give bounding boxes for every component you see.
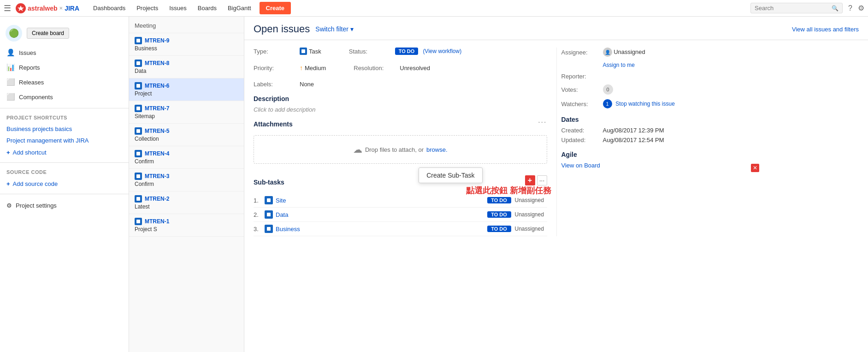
- subtask-status-2: TO DO: [487, 211, 511, 218]
- task-type-icon: [300, 48, 307, 55]
- nav-dashboards[interactable]: Dashboards: [89, 2, 130, 14]
- issue-detail: Type: Task Status: TO DO (View workflow): [244, 40, 868, 244]
- agile-title: Agile: [561, 151, 859, 158]
- subtask-num-3: 3.: [254, 226, 265, 233]
- priority-value-text: Medium: [305, 65, 326, 72]
- issue-id: MTREN-3: [145, 173, 169, 179]
- list-item-mtren4[interactable]: MTREN-4 Confirm: [129, 146, 244, 169]
- logo: astralweb × JIRA: [16, 3, 79, 13]
- list-item-meeting[interactable]: Meeting: [129, 18, 244, 33]
- top-nav-right: 🔍 ? ⚙: [750, 3, 864, 13]
- attachments-more-icon[interactable]: ···: [538, 118, 547, 126]
- annotation-chinese-text: 點選此按鈕 新增副任務: [466, 185, 551, 196]
- updated-value: Aug/08/2017 12:54 PM: [603, 137, 664, 143]
- subtask-num-2: 2.: [254, 211, 265, 218]
- shortcut-business-projects[interactable]: Business projects basics: [0, 123, 129, 135]
- create-button[interactable]: Create: [260, 2, 291, 14]
- search-box[interactable]: 🔍: [750, 3, 843, 13]
- reports-icon: 📊: [6, 63, 15, 72]
- svg-rect-12: [267, 213, 271, 216]
- nav-boards[interactable]: Boards: [193, 2, 221, 14]
- type-label: Type:: [254, 48, 300, 55]
- top-nav-links: Dashboards Projects Issues Boards BigGan…: [89, 2, 255, 14]
- type-value-text: Task: [309, 48, 321, 55]
- nav-issues[interactable]: Issues: [165, 2, 191, 14]
- nav-biggantt[interactable]: BigGantt: [223, 2, 256, 14]
- shortcut-project-management[interactable]: Project management with JIRA: [0, 135, 129, 146]
- annotation-close-button[interactable]: ✕: [751, 164, 759, 172]
- view-on-board-link[interactable]: View on Board: [561, 162, 600, 169]
- svg-rect-8: [136, 197, 140, 201]
- layout: 🟢 Create board 👤 Issues 📊 Reports ⬜ Rele…: [0, 17, 868, 352]
- status-value: TO DO (View workflow): [395, 48, 461, 55]
- drop-zone: ☁ Drop files to attach, or browse.: [254, 135, 547, 164]
- votes-row: Votes: 0: [561, 84, 859, 95]
- main-header: Open issues Switch filter ▾ View all iss…: [244, 17, 868, 40]
- subtask-add-button[interactable]: +: [525, 175, 535, 185]
- nav-projects[interactable]: Projects: [132, 2, 163, 14]
- top-nav: ☰ astralweb × JIRA Dashboards Projects I…: [0, 0, 868, 17]
- svg-rect-11: [267, 198, 271, 202]
- list-item-mtren9[interactable]: MTREN-9 Business: [129, 33, 244, 56]
- stop-watching-link[interactable]: Stop watching this issue: [615, 101, 675, 107]
- svg-rect-2: [136, 61, 140, 65]
- switch-filter-label: Switch filter: [315, 25, 348, 33]
- subtask-link-2[interactable]: Data: [276, 211, 487, 218]
- resolution-label: Resolution:: [354, 65, 400, 72]
- issues-icon: 👤: [6, 48, 15, 57]
- sidebar-divider: [0, 108, 129, 108]
- issue-title: Business: [135, 45, 238, 52]
- subtask-task-icon-1: [265, 196, 273, 204]
- subtask-link-1[interactable]: Site: [276, 197, 487, 204]
- list-item-mtren2[interactable]: MTREN-2 Latest: [129, 191, 244, 214]
- resolution-row: Resolution: Unresolved: [354, 64, 430, 72]
- add-shortcut-item[interactable]: + Add shortcut: [0, 146, 129, 159]
- issue-id: MTREN-5: [145, 128, 169, 134]
- list-item-mtren3[interactable]: MTREN-3 Confirm: [129, 169, 244, 191]
- sidebar-item-releases[interactable]: ⬜ Releases: [0, 75, 129, 89]
- sidebar-item-components[interactable]: ⬜ Components: [0, 89, 129, 104]
- assignee-avatar: 👤: [603, 48, 612, 57]
- list-item-mtren7[interactable]: MTREN-7 Sitemap: [129, 101, 244, 124]
- svg-rect-10: [301, 49, 305, 53]
- search-input[interactable]: [755, 5, 832, 12]
- list-item-mtren5[interactable]: MTREN-5 Collection: [129, 124, 244, 146]
- create-board-button[interactable]: Create board: [27, 28, 69, 39]
- switch-filter-button[interactable]: Switch filter ▾: [315, 25, 354, 33]
- help-icon[interactable]: ?: [848, 4, 852, 12]
- view-all-issues-link[interactable]: View all issues and filters: [792, 26, 859, 33]
- sidebar-item-issues[interactable]: 👤 Issues: [0, 45, 129, 60]
- watchers-value: 1 Stop watching this issue: [603, 99, 675, 108]
- avatar: 🟢: [6, 25, 22, 42]
- list-item-mtren1[interactable]: MTREN-1 Project S: [129, 214, 244, 237]
- issue-title: Confirm: [135, 158, 238, 165]
- browse-link[interactable]: browse.: [426, 146, 448, 153]
- subtask-link-3[interactable]: Business: [276, 226, 487, 233]
- sidebar-item-project-settings[interactable]: ⚙ Project settings: [0, 199, 129, 212]
- subtask-more-button[interactable]: ···: [537, 175, 547, 185]
- watchers-badge: 1: [603, 99, 612, 108]
- issue-type-icon: [135, 195, 142, 203]
- dates-title: Dates: [561, 116, 859, 123]
- hamburger-icon[interactable]: ☰: [4, 3, 11, 13]
- view-workflow-link[interactable]: (View workflow): [423, 48, 461, 54]
- description-placeholder[interactable]: Click to add description: [254, 106, 547, 113]
- sidebar-item-reports[interactable]: 📊 Reports: [0, 60, 129, 75]
- subtask-status-1: TO DO: [487, 197, 511, 203]
- issue-type-icon: [135, 127, 142, 135]
- assign-to-me-link[interactable]: Assign to me: [603, 62, 635, 68]
- issue-type-icon: [135, 173, 142, 180]
- priority-arrow-icon: ↑: [300, 64, 303, 72]
- issue-title: Confirm: [135, 181, 238, 187]
- list-item-mtren6[interactable]: MTREN-6 Project: [129, 78, 244, 101]
- settings-icon[interactable]: ⚙: [858, 4, 864, 12]
- sidebar-item-label: Issues: [19, 49, 36, 56]
- create-subtask-popup: Create Sub-Task: [419, 167, 482, 183]
- svg-rect-1: [136, 39, 140, 42]
- priority-label: Priority:: [254, 65, 300, 72]
- list-item-mtren8[interactable]: MTREN-8 Data: [129, 56, 244, 78]
- issue-title: Data: [135, 68, 238, 74]
- issue-title: Sitemap: [135, 113, 238, 119]
- add-source-code-item[interactable]: + Add source code: [0, 178, 129, 190]
- assignee-row: Assignee: 👤 Unassigned: [561, 48, 859, 57]
